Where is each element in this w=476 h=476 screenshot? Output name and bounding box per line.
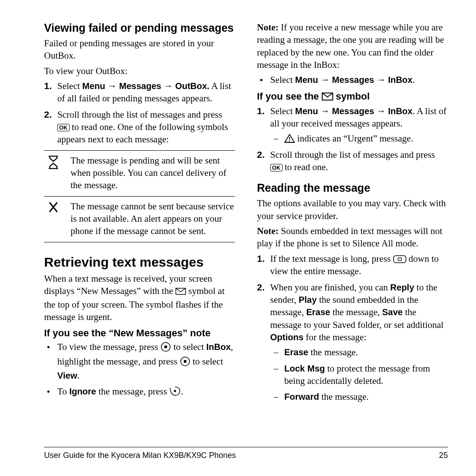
message-options-list: Erase the message. Lock Msg to protect t… <box>270 346 448 403</box>
text: The message cannot be sent because servi… <box>71 200 235 238</box>
save-label: Save <box>382 307 403 317</box>
text: to select <box>171 342 206 352</box>
text: the message, press <box>96 386 169 397</box>
list-item: Forward the message. <box>270 390 448 403</box>
scroll-button-icon <box>393 253 406 264</box>
text: to read one. One of the following symbol… <box>57 122 228 145</box>
note-label: Note: <box>257 226 279 236</box>
text: symbol <box>333 91 370 102</box>
svg-rect-1 <box>164 346 167 348</box>
outbox-steps: 1. Select Menu → Messages → OutBox. A li… <box>44 80 235 146</box>
text: When you are finished, you can <box>270 282 390 293</box>
ok-button-icon: OK <box>270 164 283 171</box>
left-column: Viewing failed or pending messages Faile… <box>44 21 235 444</box>
inbox-label: InBox <box>388 106 413 116</box>
new-message-bullets: To view the message, press to select InB… <box>44 341 235 399</box>
ignore-label: Ignore <box>69 387 96 396</box>
list-item: To view the message, press to select InB… <box>44 341 235 382</box>
list-item: indicates an “Urgent” message. <box>270 132 448 145</box>
text: Scroll through the list of messages and … <box>57 109 222 120</box>
list-item: 1. Select Menu → Messages → OutBox. A li… <box>44 80 235 105</box>
para-retrieving: When a text message is received, your sc… <box>44 272 235 323</box>
text: Select <box>270 74 295 85</box>
svg-rect-7 <box>394 256 406 263</box>
messages-label: Messages <box>332 75 374 85</box>
arrow-icon: → <box>320 106 330 116</box>
table-row: The message is pending and will be sent … <box>44 151 235 197</box>
para-outbox-intro: Failed or pending messages are stored in… <box>44 37 235 62</box>
page-footer: User Guide for the Kyocera Milan KX9B/KX… <box>44 447 448 460</box>
outbox-label: OutBox. <box>175 81 209 91</box>
options-label: Options <box>270 332 304 342</box>
text: Sounds embedded in text messages will no… <box>257 226 443 249</box>
list-item: 1. Select Menu → Messages → InBox. A lis… <box>257 105 448 145</box>
arrow-icon: → <box>376 74 386 85</box>
menu-label: Menu <box>295 106 318 116</box>
reading-steps: 1. If the text message is long, press do… <box>257 253 448 403</box>
table-row: The message cannot be sent because servi… <box>44 197 235 242</box>
symbol-table: The message is pending and will be sent … <box>44 150 235 242</box>
reply-label: Reply <box>390 283 414 292</box>
list-item: Select Menu → Messages → InBox. <box>257 74 448 86</box>
text: Select <box>270 106 295 116</box>
heading-retrieving: Retrieving text messages <box>44 255 235 270</box>
heading-envelope-symbol: If you see the symbol <box>257 91 448 103</box>
erase-label: Erase <box>306 307 331 317</box>
page-number: 25 <box>439 451 448 460</box>
heading-reading-message: Reading the message <box>257 181 448 194</box>
text: If you receive a new message while you a… <box>257 22 444 70</box>
text: To view the message, press <box>57 342 160 352</box>
forward-label: Forward <box>284 392 319 402</box>
text: If the text message is long, press <box>270 253 393 264</box>
right-column: Note: If you receive a new message while… <box>257 21 448 444</box>
text: for the message: <box>304 332 367 342</box>
arrow-icon: → <box>320 74 330 85</box>
list-item: Erase the message. <box>270 346 448 358</box>
two-column-layout: Viewing failed or pending messages Faile… <box>44 21 448 444</box>
text: To <box>57 386 69 397</box>
text: The message is pending and will be sent … <box>71 154 235 192</box>
list-item: 1. If the text message is long, press do… <box>257 253 448 278</box>
para-options-vary: The options available to you may vary. C… <box>257 197 448 222</box>
footer-title: User Guide for the Kyocera Milan KX9B/KX… <box>44 451 236 460</box>
text: indicates an “Urgent” message. <box>295 133 413 144</box>
back-button-icon <box>169 387 181 399</box>
heading-viewing-failed: Viewing failed or pending messages <box>44 21 235 34</box>
note-label: Note: <box>257 22 279 33</box>
hourglass-icon <box>44 154 63 192</box>
warning-triangle-icon <box>284 133 295 144</box>
play-label: Play <box>298 295 316 305</box>
ok-button-icon: OK <box>57 124 70 131</box>
list-item: Lock Msg to protect the message from bei… <box>270 362 448 387</box>
text: the message. <box>319 391 369 402</box>
svg-rect-2 <box>184 360 186 363</box>
messages-label: Messages <box>332 106 374 116</box>
arrow-icon: → <box>164 81 173 91</box>
svg-rect-8 <box>398 258 402 260</box>
lock-msg-label: Lock Msg <box>284 364 325 373</box>
nav-button-icon <box>180 357 190 369</box>
view-label: View <box>57 371 77 380</box>
text: Scroll through the list of messages and … <box>270 149 435 160</box>
text: If you see the <box>257 91 322 102</box>
envelope-icon <box>175 286 186 298</box>
inbox-label: InBox <box>388 75 413 85</box>
menu-label: Menu <box>82 81 105 91</box>
nav-button-icon <box>160 342 171 355</box>
text: the message. <box>309 347 358 357</box>
svg-point-6 <box>289 141 290 141</box>
note-new-while-reading: Note: If you receive a new message while… <box>257 21 448 71</box>
para-outbox-lead: To view your OutBox: <box>44 65 235 77</box>
menu-label: Menu <box>295 75 318 85</box>
inbox-bullet: Select Menu → Messages → InBox. <box>257 74 448 86</box>
list-item: 2. When you are finished, you can Reply … <box>257 281 448 403</box>
text: the message, <box>330 307 382 317</box>
inbox-steps: 1. Select Menu → Messages → InBox. A lis… <box>257 105 448 174</box>
urgent-dash: indicates an “Urgent” message. <box>270 132 448 145</box>
list-item: 2. Scroll through the list of messages a… <box>257 149 448 174</box>
list-item: To Ignore the message, press . <box>44 385 235 399</box>
envelope-icon <box>322 92 333 103</box>
erase-label: Erase <box>284 347 309 357</box>
arrow-icon: → <box>108 81 117 91</box>
list-item: 2. Scroll through the list of messages a… <box>44 108 235 146</box>
